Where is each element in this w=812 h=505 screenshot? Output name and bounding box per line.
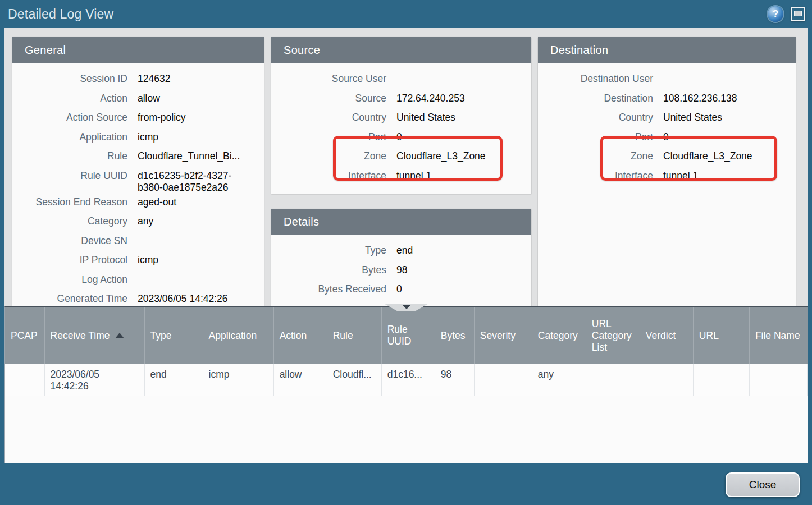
field-row: CountryUnited States [271,109,526,128]
field-row: Interfacetunnel.1 [271,167,526,187]
field-row: ZoneCloudflare_L3_Zone [271,148,526,167]
source-panel-header: Source [271,37,531,63]
col-header-label: Receive Time [51,330,110,341]
field-value: icmp [138,254,158,266]
col-header-url-category-list[interactable]: URL Category List [586,307,640,364]
field-label: Action [12,93,127,104]
cell-receive-time: 2023/06/05 14:42:26 [44,364,144,396]
col-header-file-name[interactable]: File Name [749,307,807,364]
dialog-title-bar: Detailed Log View ? [0,0,812,28]
field-row: Destination User [538,70,790,90]
col-header-action[interactable]: Action [273,307,327,364]
field-value: aged-out [138,196,176,208]
field-value: 0 [396,131,402,143]
field-row: Session ID124632 [12,70,258,90]
col-header-pcap[interactable]: PCAP [5,307,44,364]
field-row: Generated Time2023/06/05 14:42:26 [12,290,258,306]
log-table-area: PCAP Receive Time Type Application Actio… [4,306,808,463]
sort-asc-icon [115,333,124,338]
field-row: Categoryany [12,213,258,232]
cell-category: any [532,364,586,396]
window-icon[interactable] [791,7,805,21]
field-value: United States [663,112,722,123]
details-panel-header: Details [271,209,531,235]
field-label: Zone [538,150,653,162]
col-header-rule-uuid[interactable]: Rule UUID [381,307,435,364]
close-button[interactable]: Close [726,472,800,497]
general-panel: General Session ID124632 Actionallow Act… [12,37,264,306]
field-label: Source User [271,73,386,85]
field-value: 0 [663,131,669,143]
col-header-category[interactable]: Category [532,307,586,364]
field-label: Session ID [12,73,127,85]
field-value: icmp [138,131,158,143]
col-header-application[interactable]: Application [203,307,273,364]
field-value: d1c16235-b2f2-4327-b380-0ae1875e2a26 [138,170,257,194]
field-label: Destination User [538,73,653,85]
source-panel: Source Source User Source172.64.240.253 … [271,37,531,194]
cell-file-name [749,364,807,396]
col-header-bytes[interactable]: Bytes [435,307,474,364]
col-header-url[interactable]: URL [693,307,749,364]
field-value: 0 [396,283,402,295]
cell-pcap [5,364,44,396]
field-label: IP Protocol [12,254,127,266]
field-row: Actionallow [12,90,258,109]
field-row: Typeend [271,242,526,261]
field-value: tunnel.1 [396,170,431,182]
field-row: Session End Reasonaged-out [12,194,258,213]
field-label: Interface [271,170,386,182]
field-row: Source User [271,70,526,90]
detail-panels-area: General Session ID124632 Actionallow Act… [4,28,808,306]
log-table-header-row: PCAP Receive Time Type Application Actio… [5,307,808,364]
field-row: Port0 [538,128,790,148]
help-icon[interactable]: ? [768,6,783,22]
field-value: end [396,245,413,256]
log-row[interactable]: 2023/06/05 14:42:26 end icmp allow Cloud… [5,364,808,396]
field-row: Destination108.162.236.138 [538,90,790,109]
chevron-down-icon [403,305,410,309]
dialog-footer: Close [0,463,812,505]
field-label: Application [12,131,127,143]
field-label: Action Source [12,112,127,123]
field-row: RuleCloudflare_Tunnel_Bi... [12,148,258,167]
field-label: Session End Reason [12,196,127,208]
col-header-type[interactable]: Type [144,307,203,364]
col-header-verdict[interactable]: Verdict [640,307,693,364]
field-label: Destination [538,93,653,104]
destination-panel: Destination Destination User Destination… [538,37,796,306]
field-value: allow [138,93,160,104]
page-title: Detailed Log View [8,7,768,22]
field-value: United States [396,112,455,123]
field-label: Generated Time [12,293,127,305]
window-icon-inner [794,11,802,16]
field-label: Port [538,131,653,143]
field-row: Device SN [12,232,258,252]
field-value: 172.64.240.253 [396,93,465,104]
field-label: Device SN [12,235,127,247]
cell-url [693,364,749,396]
field-row: Port0 [271,128,526,148]
general-panel-header: General [12,37,264,63]
field-label: Bytes [271,264,386,276]
cell-application: icmp [203,364,273,396]
field-row: Bytes Received0 [271,281,526,300]
field-row: Interfacetunnel.1 [538,167,790,187]
field-row: Bytes98 [271,261,526,281]
field-label: Log Action [12,274,127,286]
field-value: any [138,215,153,227]
field-row: Log Action [12,271,258,291]
field-row: CountryUnited States [538,109,790,128]
field-label: Type [271,245,386,256]
field-value: Cloudflare_L3_Zone [396,150,486,162]
col-header-rule[interactable]: Rule [327,307,381,364]
field-label: Bytes Received [271,283,386,295]
col-header-receive-time[interactable]: Receive Time [44,307,144,364]
field-value: 124632 [138,73,170,85]
col-header-severity[interactable]: Severity [474,307,532,364]
field-label: Country [538,112,653,123]
field-row: Rule UUIDd1c16235-b2f2-4327-b380-0ae1875… [12,167,258,194]
field-label: Zone [271,150,386,162]
field-value: 2023/06/05 14:42:26 [138,293,228,305]
field-row: Action Sourcefrom-policy [12,109,258,128]
